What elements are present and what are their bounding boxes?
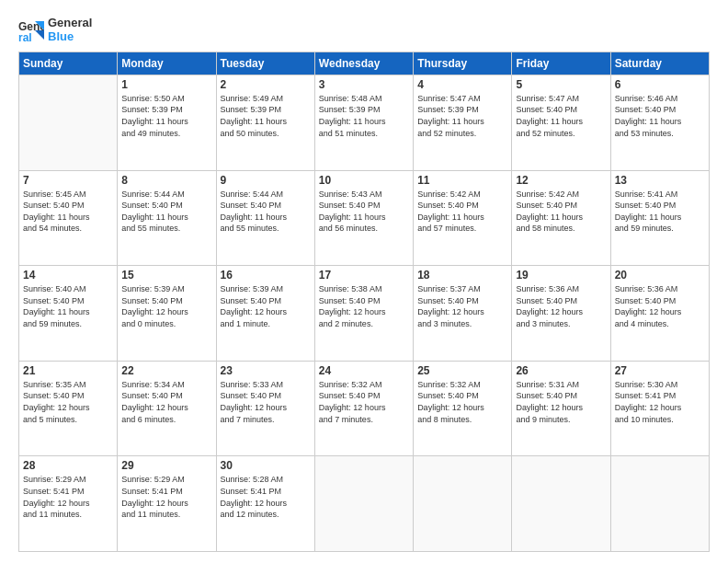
day-number: 5 <box>516 78 606 91</box>
day-info: Sunrise: 5:32 AM Sunset: 5:40 PM Dayligh… <box>417 379 507 425</box>
day-info: Sunrise: 5:41 AM Sunset: 5:40 PM Dayligh… <box>615 189 705 235</box>
calendar-table: SundayMondayTuesdayWednesdayThursdayFrid… <box>18 52 710 552</box>
calendar-cell: 25Sunrise: 5:32 AM Sunset: 5:40 PM Dayli… <box>414 361 512 456</box>
calendar-cell: 29Sunrise: 5:29 AM Sunset: 5:41 PM Dayli… <box>118 456 216 552</box>
calendar-cell: 6Sunrise: 5:46 AM Sunset: 5:40 PM Daylig… <box>610 75 709 170</box>
weekday-header-monday: Monday <box>118 52 216 75</box>
day-info: Sunrise: 5:37 AM Sunset: 5:40 PM Dayligh… <box>417 283 507 329</box>
calendar-cell: 15Sunrise: 5:39 AM Sunset: 5:40 PM Dayli… <box>118 266 216 362</box>
week-row-3: 14Sunrise: 5:40 AM Sunset: 5:40 PM Dayli… <box>19 266 710 362</box>
day-number: 24 <box>319 364 409 377</box>
day-info: Sunrise: 5:32 AM Sunset: 5:40 PM Dayligh… <box>319 379 409 425</box>
day-number: 13 <box>615 174 705 187</box>
day-number: 21 <box>23 364 113 377</box>
header: Gene ral General Blue <box>18 17 710 44</box>
calendar-cell: 5Sunrise: 5:47 AM Sunset: 5:40 PM Daylig… <box>512 75 610 170</box>
calendar-cell: 4Sunrise: 5:47 AM Sunset: 5:39 PM Daylig… <box>414 75 512 170</box>
day-info: Sunrise: 5:42 AM Sunset: 5:40 PM Dayligh… <box>516 189 606 235</box>
day-info: Sunrise: 5:46 AM Sunset: 5:40 PM Dayligh… <box>615 93 705 139</box>
day-number: 18 <box>417 269 507 282</box>
day-info: Sunrise: 5:40 AM Sunset: 5:40 PM Dayligh… <box>23 283 113 329</box>
logo-general2: ral <box>78 16 93 29</box>
svg-text:ral: ral <box>18 31 32 43</box>
day-info: Sunrise: 5:31 AM Sunset: 5:40 PM Dayligh… <box>516 379 606 425</box>
day-info: Sunrise: 5:42 AM Sunset: 5:40 PM Dayligh… <box>417 189 507 235</box>
day-number: 14 <box>23 269 113 282</box>
weekday-header-sunday: Sunday <box>19 52 118 75</box>
calendar-cell: 8Sunrise: 5:44 AM Sunset: 5:40 PM Daylig… <box>118 170 216 266</box>
calendar-cell <box>314 456 413 552</box>
day-number: 30 <box>221 459 311 472</box>
day-info: Sunrise: 5:39 AM Sunset: 5:40 PM Dayligh… <box>221 283 311 329</box>
weekday-header-saturday: Saturday <box>610 52 709 75</box>
day-number: 9 <box>221 174 311 187</box>
day-info: Sunrise: 5:48 AM Sunset: 5:39 PM Dayligh… <box>319 93 409 139</box>
weekday-header-wednesday: Wednesday <box>314 52 413 75</box>
logo-blue: Blue <box>48 30 92 44</box>
day-info: Sunrise: 5:29 AM Sunset: 5:41 PM Dayligh… <box>23 474 113 520</box>
calendar-cell: 26Sunrise: 5:31 AM Sunset: 5:40 PM Dayli… <box>512 361 610 456</box>
day-number: 20 <box>615 269 705 282</box>
day-number: 7 <box>23 174 113 187</box>
calendar-cell: 27Sunrise: 5:30 AM Sunset: 5:41 PM Dayli… <box>610 361 709 456</box>
day-info: Sunrise: 5:33 AM Sunset: 5:40 PM Dayligh… <box>221 379 311 425</box>
day-info: Sunrise: 5:45 AM Sunset: 5:40 PM Dayligh… <box>23 189 113 235</box>
calendar-cell: 12Sunrise: 5:42 AM Sunset: 5:40 PM Dayli… <box>512 170 610 266</box>
calendar-cell: 1Sunrise: 5:50 AM Sunset: 5:39 PM Daylig… <box>118 75 216 170</box>
calendar-cell: 30Sunrise: 5:28 AM Sunset: 5:41 PM Dayli… <box>216 456 314 552</box>
calendar-cell: 9Sunrise: 5:44 AM Sunset: 5:40 PM Daylig… <box>216 170 314 266</box>
calendar-cell: 13Sunrise: 5:41 AM Sunset: 5:40 PM Dayli… <box>610 170 709 266</box>
day-info: Sunrise: 5:44 AM Sunset: 5:40 PM Dayligh… <box>221 189 311 235</box>
day-info: Sunrise: 5:36 AM Sunset: 5:40 PM Dayligh… <box>516 283 606 329</box>
calendar-cell <box>414 456 512 552</box>
day-number: 12 <box>516 174 606 187</box>
calendar-cell: 3Sunrise: 5:48 AM Sunset: 5:39 PM Daylig… <box>314 75 413 170</box>
week-row-1: 1Sunrise: 5:50 AM Sunset: 5:39 PM Daylig… <box>19 75 710 170</box>
calendar-cell: 18Sunrise: 5:37 AM Sunset: 5:40 PM Dayli… <box>414 266 512 362</box>
page: Gene ral General Blue SundayMondayTuesda… <box>0 0 728 563</box>
calendar-cell: 14Sunrise: 5:40 AM Sunset: 5:40 PM Dayli… <box>19 266 118 362</box>
day-number: 22 <box>121 364 211 377</box>
day-info: Sunrise: 5:38 AM Sunset: 5:40 PM Dayligh… <box>319 283 409 329</box>
day-number: 28 <box>23 459 113 472</box>
logo: Gene ral General Blue <box>18 17 92 44</box>
calendar-cell: 7Sunrise: 5:45 AM Sunset: 5:40 PM Daylig… <box>19 170 118 266</box>
calendar-cell: 2Sunrise: 5:49 AM Sunset: 5:39 PM Daylig… <box>216 75 314 170</box>
calendar-cell: 16Sunrise: 5:39 AM Sunset: 5:40 PM Dayli… <box>216 266 314 362</box>
day-info: Sunrise: 5:44 AM Sunset: 5:40 PM Dayligh… <box>121 189 211 235</box>
day-number: 17 <box>319 269 409 282</box>
weekday-header-tuesday: Tuesday <box>216 52 314 75</box>
day-number: 11 <box>417 174 507 187</box>
day-info: Sunrise: 5:28 AM Sunset: 5:41 PM Dayligh… <box>221 474 311 520</box>
day-number: 19 <box>516 269 606 282</box>
day-info: Sunrise: 5:35 AM Sunset: 5:40 PM Dayligh… <box>23 379 113 425</box>
day-number: 3 <box>319 78 409 91</box>
calendar-cell <box>19 75 118 170</box>
week-row-2: 7Sunrise: 5:45 AM Sunset: 5:40 PM Daylig… <box>19 170 710 266</box>
day-number: 27 <box>615 364 705 377</box>
day-number: 23 <box>221 364 311 377</box>
day-number: 2 <box>221 78 311 91</box>
day-number: 8 <box>121 174 211 187</box>
day-number: 6 <box>615 78 705 91</box>
calendar-cell: 21Sunrise: 5:35 AM Sunset: 5:40 PM Dayli… <box>19 361 118 456</box>
day-number: 1 <box>121 78 211 91</box>
day-info: Sunrise: 5:36 AM Sunset: 5:40 PM Dayligh… <box>615 283 705 329</box>
day-info: Sunrise: 5:50 AM Sunset: 5:39 PM Dayligh… <box>121 93 211 139</box>
day-number: 15 <box>121 269 211 282</box>
calendar-cell <box>610 456 709 552</box>
calendar-cell: 22Sunrise: 5:34 AM Sunset: 5:40 PM Dayli… <box>118 361 216 456</box>
calendar-cell: 11Sunrise: 5:42 AM Sunset: 5:40 PM Dayli… <box>414 170 512 266</box>
day-number: 29 <box>121 459 211 472</box>
logo-icon: Gene ral <box>18 17 44 43</box>
day-info: Sunrise: 5:47 AM Sunset: 5:40 PM Dayligh… <box>516 93 606 139</box>
day-number: 25 <box>417 364 507 377</box>
day-number: 10 <box>319 174 409 187</box>
day-info: Sunrise: 5:43 AM Sunset: 5:40 PM Dayligh… <box>319 189 409 235</box>
weekday-header-thursday: Thursday <box>414 52 512 75</box>
svg-marker-3 <box>35 30 44 40</box>
weekday-header-row: SundayMondayTuesdayWednesdayThursdayFrid… <box>19 52 710 75</box>
calendar-cell <box>512 456 610 552</box>
week-row-5: 28Sunrise: 5:29 AM Sunset: 5:41 PM Dayli… <box>19 456 710 552</box>
calendar-cell: 10Sunrise: 5:43 AM Sunset: 5:40 PM Dayli… <box>314 170 413 266</box>
